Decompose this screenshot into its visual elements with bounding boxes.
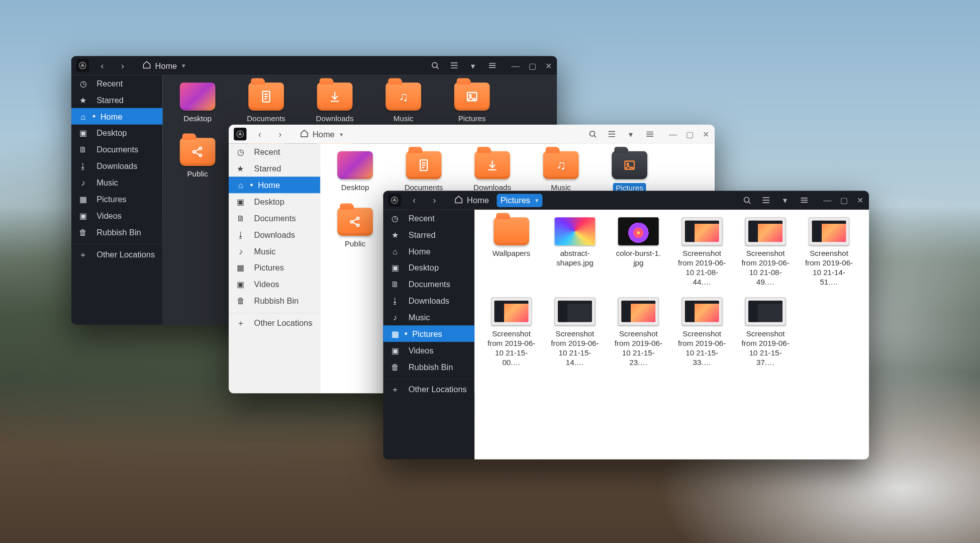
sidebar-item-other-locations[interactable]: ＋Other Locations [229, 313, 320, 329]
file-screenshot[interactable]: Screenshot from 2019-06-10 21-15-00.… [486, 298, 537, 368]
forward-button[interactable]: › [273, 127, 287, 141]
breadcrumb[interactable]: Home Pictures ▾ [448, 193, 545, 208]
sidebar-item-pictures[interactable]: ▦Pictures [229, 259, 320, 276]
maximize-button[interactable]: ▢ [840, 196, 848, 205]
sidebar-item-pictures[interactable]: ▦Pictures [71, 191, 163, 207]
sidebar-item-other-locations[interactable]: ＋Other Locations [71, 244, 163, 260]
star-icon: ★ [389, 230, 401, 239]
folder-music[interactable]: ♫Music [380, 82, 427, 124]
menu-icon[interactable] [643, 128, 656, 140]
file-screenshot[interactable]: Screenshot from 2019-06-10 21-15-33.… [676, 298, 727, 368]
folder-pictures[interactable]: Pictures [606, 151, 653, 194]
folder-desktop[interactable]: Desktop [332, 151, 379, 194]
sidebar-item-home[interactable]: ⌂Home [229, 176, 320, 193]
sidebar-item-music[interactable]: ♪Music [383, 309, 474, 325]
minimize-button[interactable]: — [512, 61, 520, 70]
sidebar-item-desktop[interactable]: ▣Desktop [229, 193, 320, 210]
svg-point-16 [350, 221, 353, 223]
sidebar-item-rubbish[interactable]: 🗑Rubbish Bin [71, 224, 163, 240]
file-screenshot[interactable]: Screenshot from 2019-06-10 21-08-44.… [676, 217, 727, 287]
folder-wallpapers[interactable]: Wallpapers [486, 217, 537, 287]
titlebar[interactable]: ‹ › Home ▾ ▾ — ▢ ✕ [71, 56, 557, 75]
folder-downloads[interactable]: Downloads [469, 151, 516, 194]
view-menu-chevron-icon[interactable]: ▾ [779, 194, 792, 207]
file-color-burst[interactable]: color-burst-1. jpg [613, 217, 664, 287]
menu-icon[interactable] [486, 59, 499, 72]
sidebar-item-downloads[interactable]: ⭳Downloads [71, 157, 163, 174]
crumb-home[interactable]: Home [313, 129, 335, 139]
sidebar-item-downloads[interactable]: ⭳Downloads [383, 292, 474, 309]
back-button[interactable]: ‹ [407, 193, 421, 207]
sidebar-item-home[interactable]: ⌂Home [383, 243, 474, 259]
file-abstract-shapes[interactable]: abstract-shapes.jpg [549, 217, 600, 287]
forward-button[interactable]: › [116, 58, 130, 72]
folder-content[interactable]: Wallpapers abstract-shapes.jpg color-bur… [474, 210, 869, 460]
view-list-icon[interactable] [448, 59, 460, 72]
search-icon[interactable] [429, 59, 441, 72]
sidebar-item-rubbish[interactable]: 🗑Rubbish Bin [383, 358, 474, 375]
sidebar-item-downloads[interactable]: ⭳Downloads [229, 226, 320, 243]
sidebar-item-pictures[interactable]: ▦Pictures [383, 325, 474, 342]
sidebar-item-recent[interactable]: ◷Recent [229, 144, 320, 160]
titlebar[interactable]: ‹ › Home Pictures ▾ ▾ — ▢ ✕ [383, 191, 869, 210]
file-screenshot[interactable]: Screenshot from 2019-06-10 21-15-37.… [740, 298, 791, 368]
star-icon: ★ [77, 95, 89, 105]
search-icon[interactable] [586, 128, 599, 140]
sidebar-item-starred[interactable]: ★Starred [71, 92, 163, 108]
sidebar-item-music[interactable]: ♪Music [71, 174, 163, 191]
close-button[interactable]: ✕ [857, 196, 864, 205]
sidebar-item-music[interactable]: ♪Music [229, 243, 320, 259]
menu-icon[interactable] [798, 194, 811, 207]
sidebar-item-other-locations[interactable]: ＋Other Locations [383, 379, 474, 395]
titlebar[interactable]: ‹ › Home ▾ ▾ — ▢ ✕ [229, 125, 715, 144]
sidebar-item-desktop[interactable]: ▣Desktop [71, 125, 163, 141]
crumb-home[interactable]: Home [155, 61, 177, 70]
view-menu-chevron-icon[interactable]: ▾ [467, 59, 479, 72]
view-list-icon[interactable] [760, 194, 772, 207]
breadcrumb[interactable]: Home ▾ [293, 127, 349, 141]
sidebar-item-recent[interactable]: ◷Recent [71, 75, 163, 92]
minimize-button[interactable]: — [823, 196, 831, 205]
file-screenshot[interactable]: Screenshot from 2019-06-10 21-08-49.… [740, 217, 791, 287]
forward-button[interactable]: › [428, 193, 442, 207]
sidebar-item-videos[interactable]: ▣Videos [229, 276, 320, 293]
sidebar-item-videos[interactable]: ▣Videos [71, 207, 163, 224]
minimize-button[interactable]: — [669, 129, 677, 139]
folder-documents[interactable]: Documents [400, 151, 447, 194]
chevron-down-icon: ▾ [340, 131, 343, 138]
sidebar-item-documents[interactable]: 🗎Documents [71, 141, 163, 158]
sidebar-item-desktop[interactable]: ▣Desktop [383, 259, 474, 276]
file-screenshot[interactable]: Screenshot from 2019-06-10 21-14-51.… [804, 217, 854, 287]
folder-public[interactable]: Public [174, 138, 221, 179]
sidebar-item-documents[interactable]: 🗎Documents [229, 210, 320, 226]
file-screenshot[interactable]: Screenshot from 2019-06-10 21-15-14.… [549, 298, 600, 368]
breadcrumb[interactable]: Home ▾ [136, 58, 191, 73]
view-list-icon[interactable] [606, 128, 618, 140]
folder-desktop[interactable]: Desktop [174, 82, 221, 124]
folder-music[interactable]: ♫Music [537, 151, 584, 194]
sidebar-item-rubbish[interactable]: 🗑Rubbish Bin [229, 292, 320, 309]
maximize-button[interactable]: ▢ [529, 61, 536, 70]
sidebar-item-recent[interactable]: ◷Recent [383, 210, 474, 226]
folder-pictures[interactable]: Pictures [448, 82, 496, 124]
close-button[interactable]: ✕ [703, 129, 710, 139]
sidebar-item-documents[interactable]: 🗎Documents [383, 276, 474, 293]
folder-documents[interactable]: Documents [243, 82, 290, 124]
search-icon[interactable] [741, 194, 753, 207]
videos-icon: ▣ [235, 280, 247, 289]
view-menu-chevron-icon[interactable]: ▾ [625, 128, 637, 140]
sidebar-item-home[interactable]: ⌂Home [71, 108, 163, 125]
sidebar-item-videos[interactable]: ▣Videos [383, 342, 474, 358]
close-button[interactable]: ✕ [545, 61, 552, 70]
crumb-pictures[interactable]: Pictures ▾ [497, 194, 542, 207]
file-screenshot[interactable]: Screenshot from 2019-06-10 21-15-23.… [613, 298, 664, 368]
crumb-home[interactable]: Home [450, 193, 493, 208]
picture-icon [454, 82, 490, 111]
maximize-button[interactable]: ▢ [686, 129, 694, 139]
back-button[interactable]: ‹ [95, 58, 110, 72]
sidebar-item-starred[interactable]: ★Starred [383, 226, 474, 243]
folder-public[interactable]: Public [332, 208, 379, 249]
folder-downloads[interactable]: Downloads [311, 82, 358, 124]
sidebar-item-starred[interactable]: ★Starred [229, 160, 320, 177]
back-button[interactable]: ‹ [253, 127, 267, 141]
